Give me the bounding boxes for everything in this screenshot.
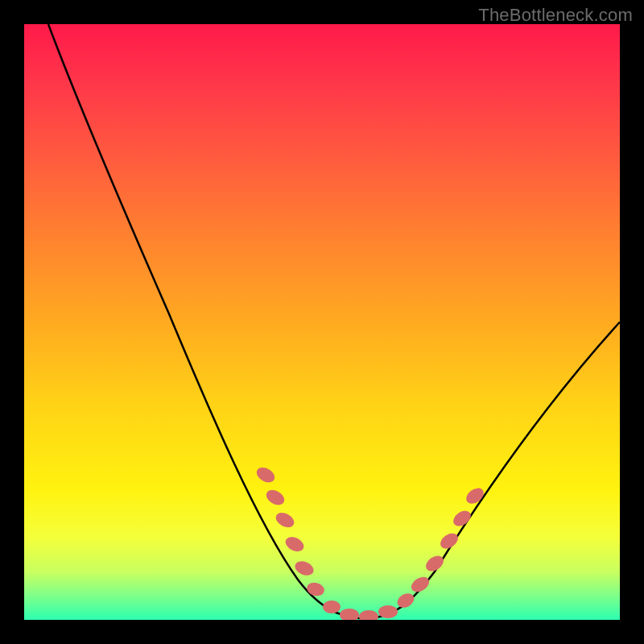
svg-point-8 — [359, 610, 378, 620]
svg-point-2 — [274, 510, 297, 530]
watermark-label: TheBottleneck.com — [478, 5, 633, 26]
curve-layer — [24, 24, 620, 620]
svg-point-14 — [451, 507, 474, 529]
svg-point-4 — [293, 559, 316, 578]
highlighted-points — [254, 464, 487, 620]
svg-point-0 — [254, 464, 278, 485]
chart-frame: TheBottleneck.com — [0, 0, 644, 644]
svg-point-11 — [409, 574, 432, 595]
svg-point-6 — [323, 601, 341, 613]
plot-area — [24, 24, 620, 620]
svg-point-10 — [394, 591, 416, 611]
svg-point-3 — [283, 535, 307, 555]
svg-point-7 — [340, 609, 359, 620]
bottleneck-curve — [48, 24, 620, 618]
svg-point-5 — [305, 580, 325, 597]
svg-point-1 — [264, 487, 287, 508]
svg-point-9 — [378, 605, 398, 618]
